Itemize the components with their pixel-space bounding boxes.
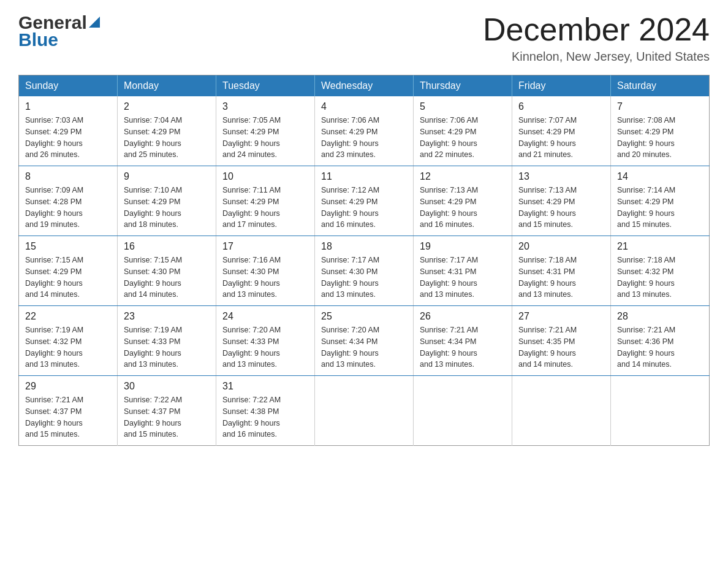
daylight-label: Daylight: 9 hours — [222, 419, 280, 427]
day-info: Sunrise: 7:13 AM Sunset: 4:29 PM Dayligh… — [518, 185, 604, 231]
sunset-label: Sunset: 4:30 PM — [124, 267, 180, 276]
day-number: 20 — [518, 241, 604, 252]
sunrise-label: Sunrise: 7:08 AM — [617, 116, 675, 124]
calendar-cell: 23 Sunrise: 7:19 AM Sunset: 4:33 PM Dayl… — [118, 306, 216, 376]
weekday-header-wednesday: Wednesday — [315, 75, 414, 97]
sunset-label: Sunset: 4:29 PM — [222, 128, 279, 136]
daylight-minutes: and 15 minutes. — [518, 220, 573, 229]
daylight-label: Daylight: 9 hours — [617, 209, 675, 218]
weekday-header-monday: Monday — [118, 75, 216, 97]
daylight-label: Daylight: 9 hours — [25, 349, 83, 358]
daylight-label: Daylight: 9 hours — [222, 279, 280, 288]
sunset-label: Sunset: 4:32 PM — [25, 337, 82, 346]
calendar-cell: 17 Sunrise: 7:16 AM Sunset: 4:30 PM Dayl… — [216, 236, 315, 306]
daylight-minutes: and 20 minutes. — [617, 150, 672, 159]
day-number: 19 — [420, 241, 506, 252]
calendar-cell: 28 Sunrise: 7:21 AM Sunset: 4:36 PM Dayl… — [611, 306, 710, 376]
day-number: 16 — [124, 241, 210, 252]
day-number: 25 — [321, 311, 407, 322]
daylight-label: Daylight: 9 hours — [321, 139, 379, 148]
day-number: 29 — [25, 381, 111, 392]
calendar-week-row: 22 Sunrise: 7:19 AM Sunset: 4:32 PM Dayl… — [19, 306, 710, 376]
day-info: Sunrise: 7:07 AM Sunset: 4:29 PM Dayligh… — [518, 115, 604, 161]
day-number: 8 — [25, 171, 111, 182]
sunset-label: Sunset: 4:28 PM — [25, 197, 82, 206]
daylight-minutes: and 14 minutes. — [124, 290, 178, 299]
sunrise-label: Sunrise: 7:17 AM — [321, 256, 379, 264]
sunrise-label: Sunrise: 7:14 AM — [617, 186, 675, 194]
sunrise-label: Sunrise: 7:13 AM — [518, 186, 577, 194]
sunset-label: Sunset: 4:29 PM — [420, 128, 476, 136]
daylight-minutes: and 13 minutes. — [617, 290, 672, 299]
calendar-cell: 21 Sunrise: 7:18 AM Sunset: 4:32 PM Dayl… — [611, 236, 710, 306]
sunset-label: Sunset: 4:29 PM — [25, 267, 82, 276]
calendar-cell: 10 Sunrise: 7:11 AM Sunset: 4:29 PM Dayl… — [216, 166, 315, 236]
day-info: Sunrise: 7:13 AM Sunset: 4:29 PM Dayligh… — [420, 185, 506, 231]
daylight-minutes: and 17 minutes. — [222, 220, 277, 229]
day-number: 4 — [321, 101, 407, 112]
daylight-label: Daylight: 9 hours — [321, 279, 379, 288]
calendar-cell: 3 Sunrise: 7:05 AM Sunset: 4:29 PM Dayli… — [216, 96, 315, 166]
daylight-minutes: and 14 minutes. — [617, 360, 672, 369]
day-info: Sunrise: 7:20 AM Sunset: 4:33 PM Dayligh… — [222, 324, 308, 370]
sunrise-label: Sunrise: 7:21 AM — [617, 326, 675, 334]
day-number: 5 — [420, 101, 506, 112]
calendar-cell: 16 Sunrise: 7:15 AM Sunset: 4:30 PM Dayl… — [118, 236, 216, 306]
day-number: 22 — [25, 311, 111, 322]
sunrise-label: Sunrise: 7:06 AM — [321, 116, 379, 124]
daylight-minutes: and 25 minutes. — [124, 150, 178, 159]
page-header: General Blue December 2024 Kinnelon, New… — [18, 12, 710, 64]
calendar-cell: 15 Sunrise: 7:15 AM Sunset: 4:29 PM Dayl… — [19, 236, 118, 306]
sunset-label: Sunset: 4:31 PM — [518, 267, 575, 276]
sunset-label: Sunset: 4:29 PM — [321, 197, 377, 206]
daylight-label: Daylight: 9 hours — [124, 419, 181, 427]
sunset-label: Sunset: 4:36 PM — [617, 337, 673, 346]
calendar-week-row: 8 Sunrise: 7:09 AM Sunset: 4:28 PM Dayli… — [19, 166, 710, 236]
day-number: 13 — [518, 171, 604, 182]
calendar-cell — [512, 376, 611, 446]
day-info: Sunrise: 7:10 AM Sunset: 4:29 PM Dayligh… — [124, 185, 210, 231]
sunset-label: Sunset: 4:30 PM — [321, 267, 377, 276]
sunset-label: Sunset: 4:37 PM — [25, 407, 82, 416]
sunrise-label: Sunrise: 7:18 AM — [518, 256, 577, 264]
daylight-minutes: and 24 minutes. — [222, 150, 277, 159]
daylight-minutes: and 23 minutes. — [321, 150, 376, 159]
day-number: 31 — [222, 381, 308, 392]
daylight-label: Daylight: 9 hours — [617, 139, 675, 148]
daylight-minutes: and 19 minutes. — [25, 220, 80, 229]
sunset-label: Sunset: 4:29 PM — [518, 197, 575, 206]
calendar-cell: 20 Sunrise: 7:18 AM Sunset: 4:31 PM Dayl… — [512, 236, 611, 306]
daylight-label: Daylight: 9 hours — [420, 139, 477, 148]
sunset-label: Sunset: 4:34 PM — [420, 337, 476, 346]
sunrise-label: Sunrise: 7:15 AM — [25, 256, 83, 264]
sunset-label: Sunset: 4:32 PM — [617, 267, 673, 276]
calendar-cell: 12 Sunrise: 7:13 AM Sunset: 4:29 PM Dayl… — [414, 166, 512, 236]
sunset-label: Sunset: 4:29 PM — [25, 128, 82, 136]
day-number: 27 — [518, 311, 604, 322]
sunrise-label: Sunrise: 7:05 AM — [222, 116, 281, 124]
calendar-cell: 14 Sunrise: 7:14 AM Sunset: 4:29 PM Dayl… — [611, 166, 710, 236]
day-number: 17 — [222, 241, 308, 252]
day-number: 23 — [124, 311, 210, 322]
daylight-label: Daylight: 9 hours — [617, 349, 675, 358]
calendar-cell: 5 Sunrise: 7:06 AM Sunset: 4:29 PM Dayli… — [414, 96, 512, 166]
sunset-label: Sunset: 4:33 PM — [124, 337, 180, 346]
sunset-label: Sunset: 4:29 PM — [222, 197, 279, 206]
logo-blue-text: Blue — [18, 29, 58, 50]
daylight-minutes: and 13 minutes. — [25, 360, 80, 369]
day-info: Sunrise: 7:16 AM Sunset: 4:30 PM Dayligh… — [222, 255, 308, 301]
day-number: 14 — [617, 171, 703, 182]
daylight-minutes: and 18 minutes. — [124, 220, 178, 229]
calendar-cell: 9 Sunrise: 7:10 AM Sunset: 4:29 PM Dayli… — [118, 166, 216, 236]
sunrise-label: Sunrise: 7:15 AM — [124, 256, 182, 264]
day-info: Sunrise: 7:21 AM Sunset: 4:35 PM Dayligh… — [518, 324, 604, 370]
daylight-label: Daylight: 9 hours — [321, 209, 379, 218]
daylight-minutes: and 16 minutes. — [321, 220, 376, 229]
daylight-label: Daylight: 9 hours — [420, 279, 477, 288]
daylight-minutes: and 13 minutes. — [222, 360, 277, 369]
day-number: 3 — [222, 101, 308, 112]
day-info: Sunrise: 7:06 AM Sunset: 4:29 PM Dayligh… — [321, 115, 407, 161]
calendar-week-row: 15 Sunrise: 7:15 AM Sunset: 4:29 PM Dayl… — [19, 236, 710, 306]
sunrise-label: Sunrise: 7:09 AM — [25, 186, 83, 194]
sunrise-label: Sunrise: 7:12 AM — [321, 186, 379, 194]
